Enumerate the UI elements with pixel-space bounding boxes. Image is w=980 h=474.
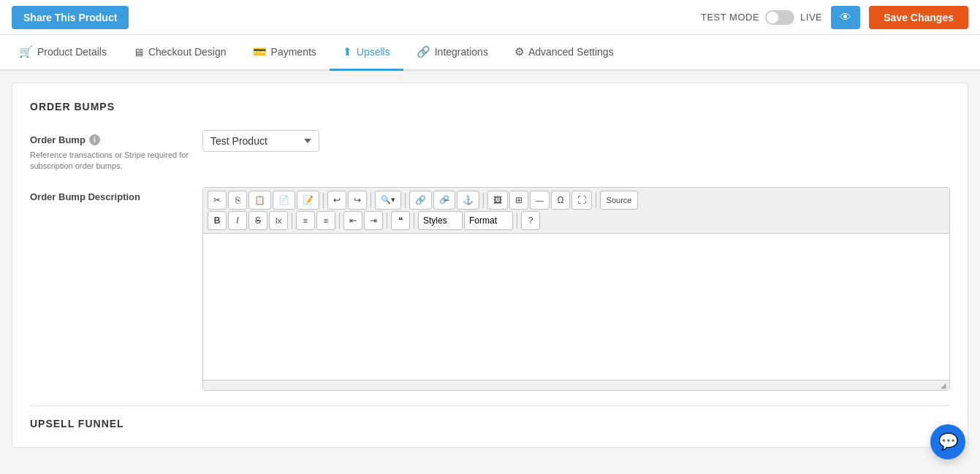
tab-advanced-settings-label: Advanced Settings <box>528 46 614 58</box>
tab-payments-label: Payments <box>271 46 316 58</box>
tab-payments[interactable]: 💳 Payments <box>240 35 330 71</box>
tab-checkout-design[interactable]: 🖥 Checkout Design <box>120 35 240 71</box>
tab-integrations[interactable]: 🔗 Integrations <box>403 35 501 71</box>
format-select[interactable]: Format <box>464 211 513 230</box>
order-bump-row: Order Bump i Reference transactions or S… <box>30 130 950 172</box>
toolbar-row-2: B I S Ix ≡ ≡ ⇤ ⇥ ❝ Styles <box>208 211 945 230</box>
upsell-funnel-title: UPSELL FUNNEL <box>30 405 950 429</box>
test-mode-label: TEST MODE <box>701 12 759 23</box>
unordered-list-button[interactable]: ≡ <box>316 211 335 230</box>
fullscreen-button[interactable]: ⛶ <box>571 191 592 210</box>
order-bump-description-row: Order Bump Description ✂ ⎘ 📋 📄 📝 ↩ ↪ <box>30 187 950 391</box>
copy-button[interactable]: ⎘ <box>228 191 247 210</box>
toolbar-sep-2 <box>371 192 371 208</box>
order-bump-hint: Reference transactions or Stripe require… <box>30 150 191 172</box>
product-details-icon: 🛒 <box>19 45 33 58</box>
section-title: ORDER BUMPS <box>30 101 950 112</box>
tab-upsells-label: Upsells <box>357 46 390 58</box>
upsells-icon: ⬆ <box>343 45 352 58</box>
help-button[interactable]: ? <box>521 211 540 230</box>
toolbar-sep-6 <box>292 213 292 229</box>
integrations-icon: 🔗 <box>417 45 430 58</box>
special-chars-button[interactable]: Ω <box>551 191 570 210</box>
preview-button[interactable]: 👁 <box>831 6 860 29</box>
order-bump-description-label-col: Order Bump Description <box>30 187 191 202</box>
toolbar-row-1: ✂ ⎘ 📋 📄 📝 ↩ ↪ 🔍▾ 🔗 🔗̶ ⚓ <box>208 191 945 210</box>
tabs-nav: 🛒 Product Details 🖥 Checkout Design 💳 Pa… <box>0 35 980 71</box>
editor-wrapper: ✂ ⎘ 📋 📄 📝 ↩ ↪ 🔍▾ 🔗 🔗̶ ⚓ <box>202 187 950 391</box>
toolbar-sep-7 <box>339 213 340 229</box>
bold-button[interactable]: B <box>208 211 227 230</box>
advanced-settings-icon: ⚙ <box>514 45 524 58</box>
image-button[interactable]: 🖼 <box>487 191 508 210</box>
toolbar-sep-8 <box>387 213 387 229</box>
tab-product-details[interactable]: 🛒 Product Details <box>6 35 120 71</box>
italic-button[interactable]: I <box>228 211 247 230</box>
tab-upsells[interactable]: ⬆ Upsells <box>330 35 403 71</box>
share-product-button[interactable]: Share This Product <box>12 6 129 29</box>
save-changes-button[interactable]: Save Changes <box>869 6 968 29</box>
editor-content-area[interactable] <box>203 234 949 380</box>
strikethrough-button[interactable]: S <box>248 211 267 230</box>
checkout-design-icon: 🖥 <box>133 46 144 58</box>
clear-format-button[interactable]: Ix <box>269 211 288 230</box>
order-bump-info-icon[interactable]: i <box>89 134 100 145</box>
top-bar: Share This Product TEST MODE LIVE 👁 Save… <box>0 0 980 35</box>
indent-button[interactable]: ⇥ <box>364 211 383 230</box>
tab-integrations-label: Integrations <box>435 46 488 58</box>
chat-icon: 💬 <box>938 432 958 451</box>
test-mode-toggle[interactable] <box>765 10 794 25</box>
editor-resize-bar: ◢ <box>203 380 949 390</box>
blockquote-button[interactable]: ❝ <box>391 211 410 230</box>
toolbar-sep-3 <box>405 192 406 208</box>
toggle-thumb <box>767 12 778 23</box>
editor-toolbar: ✂ ⎘ 📋 📄 📝 ↩ ↪ 🔍▾ 🔗 🔗̶ ⚓ <box>203 188 949 234</box>
unlink-button[interactable]: 🔗̶ <box>433 191 455 210</box>
link-button[interactable]: 🔗 <box>409 191 432 210</box>
section-footer: UPSELL FUNNEL <box>30 405 950 429</box>
redo-button[interactable]: ↪ <box>348 191 367 210</box>
paste-word-button[interactable]: 📝 <box>297 191 319 210</box>
find-replace-button[interactable]: 🔍▾ <box>375 191 401 210</box>
eye-icon: 👁 <box>840 11 851 23</box>
hr-button[interactable]: — <box>530 191 550 210</box>
chat-bubble-button[interactable]: 💬 <box>930 424 965 459</box>
tab-checkout-design-label: Checkout Design <box>148 46 227 58</box>
source-button[interactable]: Source <box>600 191 638 210</box>
undo-button[interactable]: ↩ <box>327 191 346 210</box>
order-bump-label: Order Bump i <box>30 130 191 145</box>
paste-button[interactable]: 📋 <box>248 191 271 210</box>
styles-select[interactable]: Styles <box>418 211 463 230</box>
toolbar-sep-4 <box>483 192 484 208</box>
table-button[interactable]: ⊞ <box>509 191 528 210</box>
outdent-button[interactable]: ⇤ <box>343 211 362 230</box>
order-bump-select[interactable]: Test Product <box>202 130 319 152</box>
editor-col: ✂ ⎘ 📋 📄 📝 ↩ ↪ 🔍▾ 🔗 🔗̶ ⚓ <box>202 187 950 391</box>
toolbar-sep-1 <box>323 192 324 208</box>
test-mode-area: TEST MODE LIVE <box>701 10 822 25</box>
order-bump-label-col: Order Bump i Reference transactions or S… <box>30 130 191 172</box>
main-content: ORDER BUMPS Order Bump i Reference trans… <box>12 83 968 448</box>
payments-icon: 💳 <box>253 45 267 58</box>
anchor-button[interactable]: ⚓ <box>457 191 479 210</box>
paste-plain-button[interactable]: 📄 <box>273 191 295 210</box>
cut-button[interactable]: ✂ <box>208 191 227 210</box>
toolbar-sep-5 <box>596 192 596 208</box>
toolbar-sep-10 <box>517 213 517 229</box>
order-bump-control-col: Test Product <box>202 130 950 152</box>
tab-product-details-label: Product Details <box>37 46 107 58</box>
toolbar-sep-9 <box>414 213 414 229</box>
top-right-controls: TEST MODE LIVE 👁 Save Changes <box>701 6 968 29</box>
ordered-list-button[interactable]: ≡ <box>296 211 315 230</box>
order-bump-description-label: Order Bump Description <box>30 187 191 202</box>
resize-handle-icon: ◢ <box>941 381 946 389</box>
tab-advanced-settings[interactable]: ⚙ Advanced Settings <box>501 35 627 71</box>
live-label: LIVE <box>800 12 822 23</box>
